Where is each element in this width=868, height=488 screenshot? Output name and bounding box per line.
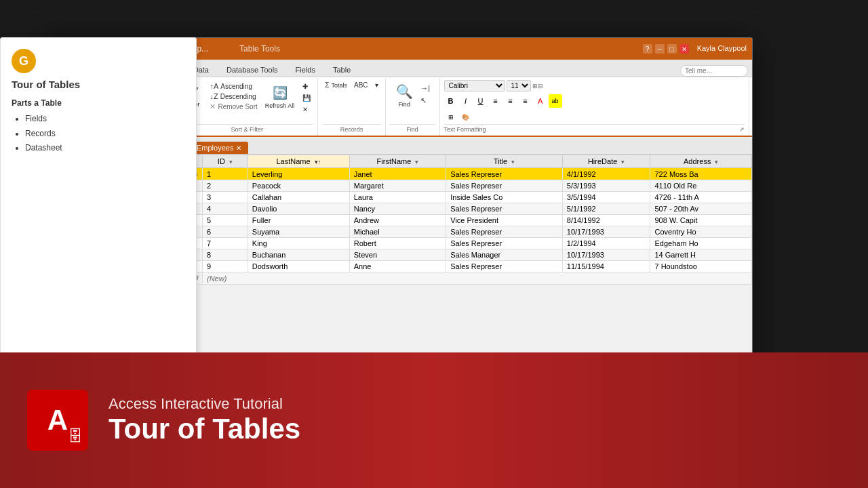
font-color-button[interactable]: A xyxy=(534,94,547,108)
text-formatting-group-label: Text Formatting↗ xyxy=(444,124,745,134)
new-icon: ✚ xyxy=(302,83,308,90)
col-title-sort-icon: ▾ xyxy=(511,159,515,165)
save-button[interactable]: 💾 xyxy=(300,93,313,103)
cell-title: Sales Represer xyxy=(446,238,563,249)
tools-label: Table Tools xyxy=(239,44,280,54)
remove-sort-label: Remove Sort xyxy=(218,103,257,110)
descending-label: Descending xyxy=(220,93,256,100)
cell-address: 908 W. Capit xyxy=(650,215,752,226)
col-lastname-sort-icon: ▾↑ xyxy=(315,159,321,165)
highlight-button[interactable]: ab xyxy=(549,94,562,108)
spelling-icon: ABC xyxy=(354,81,368,89)
col-title-label: Title xyxy=(494,157,507,165)
right-align-button[interactable]: ≡ xyxy=(519,94,532,108)
cell-lastname: Davolio xyxy=(248,203,349,215)
cell-hiredate: 8/14/1992 xyxy=(562,215,650,226)
font-select[interactable]: Calibri xyxy=(444,80,505,92)
cell-lastname: Leverling xyxy=(248,168,349,180)
cell-hiredate: 5/1/1992 xyxy=(562,203,650,215)
table-row[interactable]: ✎ 1 Leverling Janet Sales Represer 4/1/1… xyxy=(188,168,752,180)
new-row[interactable]: ✱ (New) xyxy=(188,272,752,285)
employees-tab[interactable]: Employees ✕ xyxy=(190,142,248,154)
ascending-icon: ↑A xyxy=(210,82,218,90)
delete-button[interactable]: ✕ xyxy=(300,104,313,115)
col-address[interactable]: Address ▾ xyxy=(650,155,752,168)
tell-me-input[interactable] xyxy=(680,65,748,77)
ribbon-group-sort-filter: ▽ Filter ↑A Ascending ↓Z Descending ✕ Re… xyxy=(176,79,318,136)
cell-firstname: Janet xyxy=(349,168,446,180)
cell-title: Sales Represer xyxy=(446,203,563,215)
cell-lastname: King xyxy=(248,238,349,249)
cell-hiredate: 3/5/1994 xyxy=(562,192,650,203)
close-btn[interactable]: ✕ xyxy=(679,44,689,54)
cell-lastname: Buchanan xyxy=(248,249,349,261)
grid-lines-button[interactable]: ⊞ xyxy=(444,110,458,124)
access-logo: A 🗄 xyxy=(27,390,88,451)
tab-fields[interactable]: Fields xyxy=(287,62,324,77)
sidebar-list: FieldsRecordsDatasheet xyxy=(12,112,185,156)
table-row[interactable]: 7 King Robert Sales Represer 1/2/1994 Ed… xyxy=(188,238,752,249)
minimize-btn[interactable]: ─ xyxy=(655,44,665,54)
italic-button[interactable]: I xyxy=(459,94,473,108)
col-title[interactable]: Title ▾ xyxy=(446,155,563,168)
cell-lastname: Fuller xyxy=(248,215,349,226)
sidebar-panel: G Tour of Tables Parts a Table FieldsRec… xyxy=(0,37,197,369)
maximize-btn[interactable]: □ xyxy=(667,44,677,54)
select-icon: →| xyxy=(420,84,430,92)
ascending-label: Ascending xyxy=(220,83,252,90)
table-row[interactable]: 4 Davolio Nancy Sales Represer 5/1/1992 … xyxy=(188,203,752,215)
remove-sort-button[interactable]: ✕ Remove Sort xyxy=(208,102,259,112)
descending-button[interactable]: ↓Z Descending xyxy=(208,92,259,101)
col-hiredate[interactable]: HireDate ▾ xyxy=(562,155,650,168)
col-id-label: ID xyxy=(218,157,225,165)
sort-filter-group-label: Sort & Filter xyxy=(180,124,313,134)
cell-firstname: Steven xyxy=(349,249,446,261)
employees-tab-close[interactable]: ✕ xyxy=(236,144,241,152)
table-row[interactable]: 9 Dodsworth Anne Sales Represer 11/15/19… xyxy=(188,261,752,272)
more-icon: ▾ xyxy=(375,81,378,89)
spelling-button[interactable]: ABC xyxy=(351,80,371,90)
bold-button[interactable]: B xyxy=(444,94,458,108)
help-btn[interactable]: ? xyxy=(643,44,652,54)
bottom-title: Tour of Tables xyxy=(108,413,300,445)
col-address-sort-icon: ▾ xyxy=(715,159,718,165)
sidebar-list-item: Fields xyxy=(25,112,185,127)
col-lastname[interactable]: LastName ▾↑ xyxy=(248,155,349,168)
find-group-label: Find xyxy=(390,124,435,134)
cell-hiredate: 10/17/1993 xyxy=(562,249,650,261)
col-firstname[interactable]: FirstName ▾ xyxy=(349,155,446,168)
ascending-button[interactable]: ↑A Ascending xyxy=(208,81,259,91)
totals-button[interactable]: Σ Totals xyxy=(322,80,350,90)
table-row[interactable]: 3 Callahan Laura Inside Sales Co 3/5/199… xyxy=(188,192,752,203)
cell-id: 5 xyxy=(203,215,248,226)
table-row[interactable]: 5 Fuller Andrew Vice President 8/14/1992… xyxy=(188,215,752,226)
cell-id: 1 xyxy=(203,168,248,180)
left-align-button[interactable]: ≡ xyxy=(489,94,502,108)
more-button[interactable]: ▾ xyxy=(372,80,381,90)
records-group-label: Records xyxy=(322,124,380,134)
col-address-label: Address xyxy=(684,157,711,165)
cell-address: 507 - 20th Av xyxy=(650,203,752,215)
font-size-select[interactable]: 11 xyxy=(507,80,531,92)
table-row[interactable]: 6 Suyama Michael Sales Represer 10/17/19… xyxy=(188,226,752,238)
table-tabs: Employees ✕ xyxy=(187,138,752,155)
underline-button[interactable]: U xyxy=(474,94,488,108)
tab-database-tools[interactable]: Database Tools xyxy=(218,62,287,77)
cell-id: 4 xyxy=(203,203,248,215)
new-button[interactable]: ✚ xyxy=(300,81,313,92)
cell-hiredate: 1/2/1994 xyxy=(562,238,650,249)
center-align-button[interactable]: ≡ xyxy=(504,94,517,108)
cell-firstname: Andrew xyxy=(349,215,446,226)
select-button[interactable]: →| xyxy=(418,83,433,94)
data-table-wrap[interactable]: ID ▾ LastName ▾↑ FirstName ▾ Title xyxy=(187,155,752,369)
cell-firstname: Laura xyxy=(349,192,446,203)
tab-table[interactable]: Table xyxy=(324,62,359,77)
table-row[interactable]: 8 Buchanan Steven Sales Manager 10/17/19… xyxy=(188,249,752,261)
col-id[interactable]: ID ▾ xyxy=(203,155,248,168)
sidebar-section-label: Parts a Table xyxy=(12,98,185,108)
alternate-color-button[interactable]: 🎨 xyxy=(459,110,473,124)
find-button[interactable]: 🔍 Find xyxy=(392,80,416,110)
cursor-button[interactable]: ↖ xyxy=(418,95,433,106)
table-row[interactable]: 2 Peacock Margaret Sales Represer 5/3/19… xyxy=(188,180,752,192)
refresh-button[interactable]: 🔄 Refresh All xyxy=(262,81,298,111)
